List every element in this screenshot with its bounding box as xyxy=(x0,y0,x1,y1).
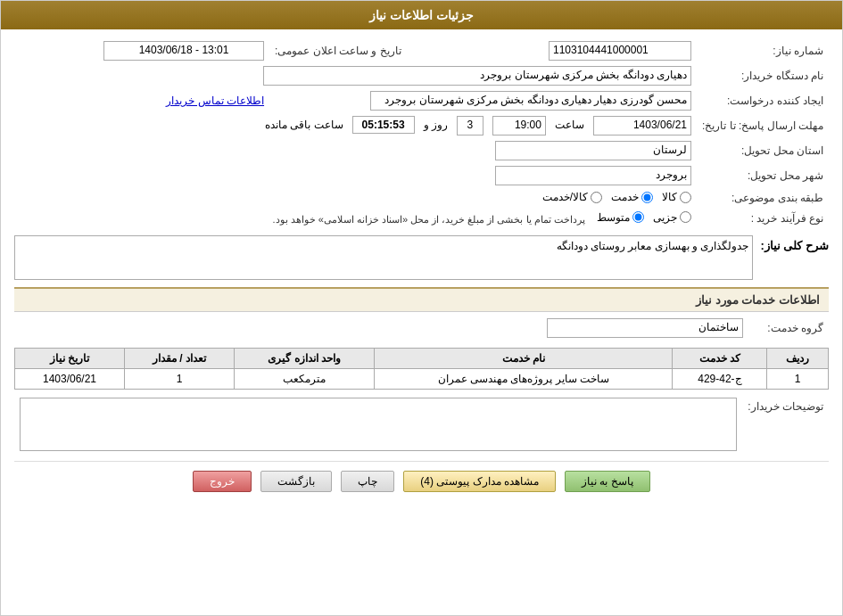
radio-jozii-label: جزیی xyxy=(653,211,677,224)
saat-baqi-label: ساعت باقی مانده xyxy=(265,119,343,131)
radio-khadamat-label: خدمت xyxy=(611,191,639,203)
services-table: ردیف کد خدمت نام خدمت واحد اندازه گیری ت… xyxy=(14,348,829,390)
cell-unit: مترمکعب xyxy=(234,369,374,390)
table-row: 1 ج-42-429 ساخت سایر پروژه‌های مهندسی عم… xyxy=(15,369,829,390)
radio-motavasset: متوسط xyxy=(597,211,644,224)
services-section-title: اطلاعات خدمات مورد نیاز xyxy=(14,287,829,312)
description-label: توضیحات خریدار: xyxy=(742,395,829,454)
col-code: کد خدمت xyxy=(673,349,767,369)
sherh-label: شرح کلی نیاز: xyxy=(760,235,829,252)
radio-kala-khadamat: کالا/خدمت xyxy=(542,191,602,203)
mohlat-label: مهلت ارسال پاسخ: تا تاریخ: xyxy=(697,113,829,138)
col-unit: واحد اندازه گیری xyxy=(234,349,374,369)
radio-kala: کالا xyxy=(662,191,691,203)
col-name: نام خدمت xyxy=(375,349,673,369)
tarikh-label: تاریخ و ساعت اعلان عمومی: xyxy=(269,38,407,63)
tarikh-input: 1403/06/18 - 13:01 xyxy=(103,41,264,61)
description-table: توضیحات خریدار: xyxy=(14,395,829,454)
saat-label: ساعت xyxy=(555,119,584,131)
shomare-niaz-input: 1103104441000001 xyxy=(549,41,691,61)
col-radif: ردیف xyxy=(767,349,829,369)
farayand-note: پرداخت تمام یا بخشی از مبلغ خرید، از محل… xyxy=(273,210,585,228)
radio-khadamat: خدمت xyxy=(611,191,653,203)
shomare-niaz-label: شماره نیاز: xyxy=(697,38,829,63)
tarikh-value: 1403/06/18 - 13:01 xyxy=(14,38,269,63)
cell-name: ساخت سایر پروژه‌های مهندسی عمران xyxy=(375,369,673,390)
radio-motavasset-label: متوسط xyxy=(597,211,630,224)
ostan-label: استان محل تحویل: xyxy=(697,138,829,163)
description-input[interactable] xyxy=(20,398,737,451)
cell-code: ج-42-429 xyxy=(673,369,767,390)
timer-display: 05:15:53 xyxy=(352,116,415,134)
content-area: شماره نیاز: 1103104441000001 تاریخ و ساع… xyxy=(1,29,842,508)
radio-kala-khadamat-input[interactable] xyxy=(591,192,602,203)
radio-kala-input[interactable] xyxy=(680,192,691,203)
page-header: جزئیات اطلاعات نیاز xyxy=(1,1,842,29)
noe-farayand-label: نوع فرآیند خرید : xyxy=(697,209,829,229)
tabaqe-group: کالا خدمت کالا/خدمت xyxy=(542,191,691,203)
col-tarikh: تاریخ نیاز xyxy=(15,349,125,369)
radio-jozii: جزیی xyxy=(653,211,691,224)
ijadkonande-input: محسن گودرزی دهیار دهیاری دودانگه بخش مرک… xyxy=(370,91,691,111)
roz-label: روز و xyxy=(424,119,448,131)
mohlat-date-input: 1403/06/21 xyxy=(593,116,691,136)
radio-khadamat-input[interactable] xyxy=(641,192,653,203)
grooh-label: گروه خدمت: xyxy=(748,316,829,341)
cell-tarikh: 1403/06/21 xyxy=(15,369,125,390)
ijadkonande-label: ایجاد کننده درخواست: xyxy=(697,88,829,113)
shomare-niaz-value: 1103104441000001 xyxy=(407,38,697,63)
namdastgah-input: دهیاری دودانگه بخش مرکزی شهرستان بروجرد xyxy=(263,66,691,86)
radio-jozii-input[interactable] xyxy=(680,211,691,223)
sherh-input[interactable]: جدولگذاری و بهسازی معابر روستای دودانگه xyxy=(14,235,753,280)
shahr-input: بروجرد xyxy=(495,166,691,185)
ettelaat-tamas-link[interactable]: اطلاعات تماس خریدار xyxy=(166,94,264,107)
cell-radif: 1 xyxy=(767,369,829,390)
radio-motavasset-input[interactable] xyxy=(632,211,644,223)
sherh-section: شرح کلی نیاز: جدولگذاری و بهسازی معابر ر… xyxy=(14,235,829,280)
form-table: شماره نیاز: 1103104441000001 تاریخ و ساع… xyxy=(14,38,829,228)
ostan-input: لرستان xyxy=(495,141,691,160)
cell-tedad: 1 xyxy=(125,369,235,390)
bottom-buttons: پاسخ به نیاز مشاهده مدارک پیوستی (4) چاپ… xyxy=(14,461,829,499)
ijadkonande-value: محسن گودرزی دهیار دهیاری دودانگه بخش مرک… xyxy=(269,88,697,113)
chap-button[interactable]: چاپ xyxy=(341,471,394,492)
moshahedeModarek-button[interactable]: مشاهده مدارک پیوستی (4) xyxy=(403,471,556,492)
col-tedad: تعداد / مقدار xyxy=(125,349,235,369)
pasakh-button[interactable]: پاسخ به نیاز xyxy=(565,471,650,492)
farayand-group: جزیی متوسط xyxy=(597,211,691,224)
tabaqe-label: طبقه بندی موضوعی: xyxy=(697,188,829,209)
page-title: جزئیات اطلاعات نیاز xyxy=(369,8,474,22)
khorooj-button[interactable]: خروج xyxy=(193,471,252,492)
bazgasht-button[interactable]: بازگشت xyxy=(260,471,332,492)
roz-input: 3 xyxy=(457,116,483,136)
namdastgah-value: دهیاری دودانگه بخش مرکزی شهرستان بروجرد xyxy=(14,63,697,88)
group-service-table: گروه خدمت: ساختمان xyxy=(14,316,829,341)
grooh-input: ساختمان xyxy=(547,318,743,338)
sherh-value: جدولگذاری و بهسازی معابر روستای دودانگه xyxy=(557,240,749,252)
radio-kala-khadamat-label: کالا/خدمت xyxy=(542,191,588,203)
radio-kala-label: کالا xyxy=(662,191,677,203)
namdastgah-label: نام دستگاه خریدار: xyxy=(697,63,829,88)
page-container: جزئیات اطلاعات نیاز شماره نیاز: 11031044… xyxy=(0,0,843,616)
saat-input: 19:00 xyxy=(492,116,546,136)
shahr-label: شهر محل تحویل: xyxy=(697,163,829,188)
